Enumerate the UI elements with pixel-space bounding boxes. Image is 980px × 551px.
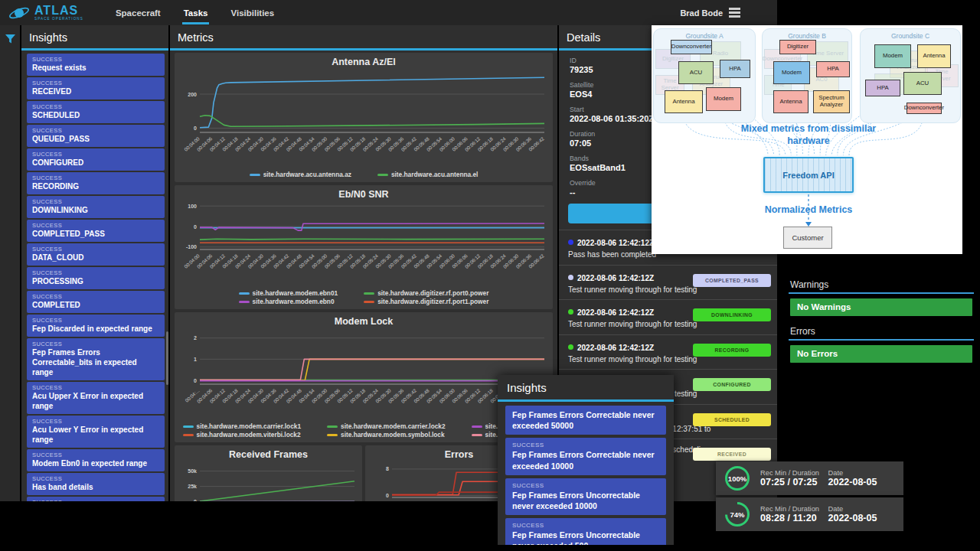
rec-duration-value: 08:28 / 11:20	[760, 513, 828, 523]
nav-item-tasks[interactable]: Tasks	[182, 2, 210, 24]
legend-item[interactable]: site.hardware.digitizer.rf.port0.power	[364, 289, 488, 297]
insight-card[interactable]: SUCCESSCONFIGURED	[27, 148, 165, 171]
architecture-diagram: Groundsite ADigitizerRadioSpectrum Analy…	[652, 25, 962, 254]
date-label: Date	[828, 469, 897, 477]
insight-status: SUCCESS	[32, 103, 159, 110]
hardware-box: Antenna	[665, 90, 703, 113]
legend-item[interactable]: site.hardware.modem.ebn01	[239, 289, 338, 297]
insight-status: SUCCESS	[32, 384, 159, 391]
insight-card[interactable]: SUCCESSAcu Lower Y Error in expected ran…	[27, 416, 165, 448]
status-badge[interactable]: CONFIGURED	[693, 378, 771, 391]
insight-label: RECEIVED	[32, 86, 159, 96]
insight-card[interactable]: SUCCESSAcu Upper X Error in expected ran…	[27, 382, 165, 414]
hardware-box: Modem	[773, 61, 810, 84]
status-badge[interactable]: SCHEDULED	[693, 413, 771, 426]
legend-item[interactable]: site.hardware.acu.antenna.az	[250, 171, 351, 178]
status-badge[interactable]: RECEIVED	[693, 448, 771, 461]
rec-duration-col: Rec Min / Duration07:25 / 07:25	[760, 469, 828, 487]
insight-card[interactable]: Fep Frames Errors Correctable never exce…	[505, 406, 666, 435]
insight-card[interactable]: SUCCESSSCHEDULED	[27, 101, 165, 123]
event-row[interactable]: 2022-08-06 12:42:12ZTest runner moving t…	[559, 299, 777, 334]
insight-card[interactable]: SUCCESSHas band details	[27, 473, 165, 495]
legend-label: site.hardware.digitizer.rf.port0.power	[377, 289, 488, 297]
insight-card[interactable]: SUCCESSFep Frames Errors Uncorrectable n…	[505, 478, 666, 515]
insight-card[interactable]: SUCCESSRECEIVED	[27, 77, 165, 99]
legend-label: site.hardware.acu.antenna.el	[391, 171, 478, 178]
chart-title: Received Frames	[175, 445, 362, 460]
legend-item[interactable]: site.hardware.modem.symbol.lock	[327, 431, 446, 439]
hardware-box: Spectrum Analyzer	[813, 90, 850, 113]
status-badge[interactable]: DOWNLINKING	[693, 308, 771, 321]
legend-item[interactable]: site.hardware.acu.antenna.el	[377, 171, 478, 178]
legend-item[interactable]: site.hardware.modem.ebn0	[239, 298, 338, 305]
groundsite-group: Groundsite CSpectrum AnalyzerRadioTime S…	[860, 28, 961, 123]
chart-card: Eb/N0 SNR1000-10000:04:0000:04:0600:04:1…	[175, 185, 553, 309]
insight-label: RECORDING	[32, 181, 159, 191]
insight-card[interactable]: SUCCESSQUEUED_PASS	[27, 125, 165, 147]
insight-card[interactable]: SUCCESSRECORDING	[27, 172, 165, 194]
scrollbar-thumb[interactable]	[166, 331, 168, 385]
svg-text:00:05:24: 00:05:24	[456, 500, 474, 501]
status-badge[interactable]: COMPLETED_PASS	[693, 274, 771, 287]
legend-item[interactable]: site.hardware.modem.viterbi.lock2	[183, 431, 302, 439]
insight-status: SUCCESS	[32, 80, 159, 86]
insight-card[interactable]: SUCCESSPROCESSING	[27, 267, 165, 289]
insight-card[interactable]: SUCCESSModem Ebn0 in expected range	[27, 449, 165, 471]
event-row[interactable]: 2022-08-06 12:42:12ZTest runner moving t…	[559, 265, 777, 300]
progress-ring: 100%	[724, 465, 751, 492]
insight-card[interactable]: SUCCESSFep Frames Errors Correctable_bit…	[27, 338, 165, 380]
insight-card[interactable]: SUCCESSDATA_CLOUD	[27, 243, 165, 266]
rec-duration-label: Rec Min / Duration	[760, 505, 828, 513]
svg-text:1: 1	[194, 357, 197, 362]
freedom-api-box: Freedom API	[763, 157, 854, 193]
date-col: Date2022-08-05	[828, 505, 897, 523]
nav-item-spacecraft[interactable]: Spacecraft	[114, 2, 162, 24]
legend-item[interactable]: site.hardware.modem.carrier.lock2	[327, 422, 446, 430]
svg-text:0: 0	[194, 126, 197, 131]
legend-item[interactable]: site.hardware.digitizer.rf.port1.power	[364, 298, 488, 305]
filter-icon[interactable]	[5, 34, 16, 44]
nav-item-visibilities[interactable]: Visibilities	[229, 2, 276, 24]
insight-status: SUCCESS	[32, 475, 159, 482]
menu-icon[interactable]	[729, 8, 740, 18]
insight-label: Acu Upper X Error in expected range	[32, 391, 159, 411]
svg-text:200: 200	[188, 92, 197, 97]
legend-dash	[239, 301, 250, 303]
insight-label: DATA_CLOUD	[32, 253, 159, 262]
status-badge[interactable]: RECORDING	[693, 344, 771, 357]
filter-rail	[0, 25, 20, 501]
insight-card[interactable]: SUCCESSDOWNLINKING	[27, 196, 165, 218]
legend-item[interactable]: site.hardware.modem.carrier.lock1	[183, 422, 302, 430]
event-status-dot	[568, 344, 573, 350]
insights-overlay-list: Fep Frames Errors Correctable never exce…	[498, 402, 674, 545]
insight-label: Fep Frames Errors Uncorrectable never ex…	[512, 530, 659, 545]
insight-status: SUCCESS	[32, 198, 159, 205]
insight-card[interactable]: SUCCESSRequest exists	[27, 54, 165, 76]
insight-card[interactable]: SUCCESSFep Frames Errors Correctable nev…	[505, 438, 666, 474]
atlas-logo[interactable]: ATLAS SPACE OPERATIONS	[8, 4, 83, 22]
insight-card[interactable]: SUCCESSFep Frames Errors Uncorrectable n…	[505, 518, 666, 545]
warnings-errors-panel: Warnings No Warnings Errors No Errors	[789, 277, 974, 370]
event-row[interactable]: 2022-08-06 12:42:12ZTest runner moving t…	[559, 334, 777, 370]
chart-legend: site.hardware.acu.antenna.azsite.hardwar…	[175, 171, 553, 182]
chart-row: Received Frames50k25k0Errors8000:04:0000…	[175, 445, 553, 501]
insight-status: SUCCESS	[512, 442, 659, 448]
svg-text:00:05:12: 00:05:12	[445, 500, 462, 501]
svg-text:00:04:36: 00:04:36	[410, 500, 427, 501]
chart-title: Eb/N0 SNR	[175, 185, 553, 200]
legend-label: site.hardware.modem.carrier.lock1	[197, 422, 302, 430]
insight-card[interactable]: SUCCESS	[27, 497, 165, 501]
pass-card[interactable]: 100%Rec Min / Duration07:25 / 07:25Date2…	[716, 461, 903, 495]
chart-plot: 21000:04:...00:04:0600:04:1200:04:1800:0…	[177, 327, 550, 422]
legend-label: site.hardware.modem.ebn0	[253, 298, 335, 305]
pass-card[interactable]: 74%Rec Min / Duration08:28 / 11:20Date20…	[716, 497, 903, 531]
insight-card[interactable]: SUCCESSCOMPLETED	[27, 291, 165, 313]
insight-card[interactable]: SUCCESSFep Discarded in expected range	[27, 315, 165, 337]
hardware-box: Antenna	[773, 90, 808, 113]
chart-title: Antenna Az/El	[175, 53, 553, 67]
legend-dash	[364, 292, 374, 295]
user-menu[interactable]: Brad Bode	[680, 0, 740, 25]
insight-card[interactable]: SUCCESSCOMPLETED_PASS	[27, 220, 165, 242]
atlas-orbit-icon	[8, 4, 31, 22]
insight-status: SUCCESS	[32, 269, 159, 276]
